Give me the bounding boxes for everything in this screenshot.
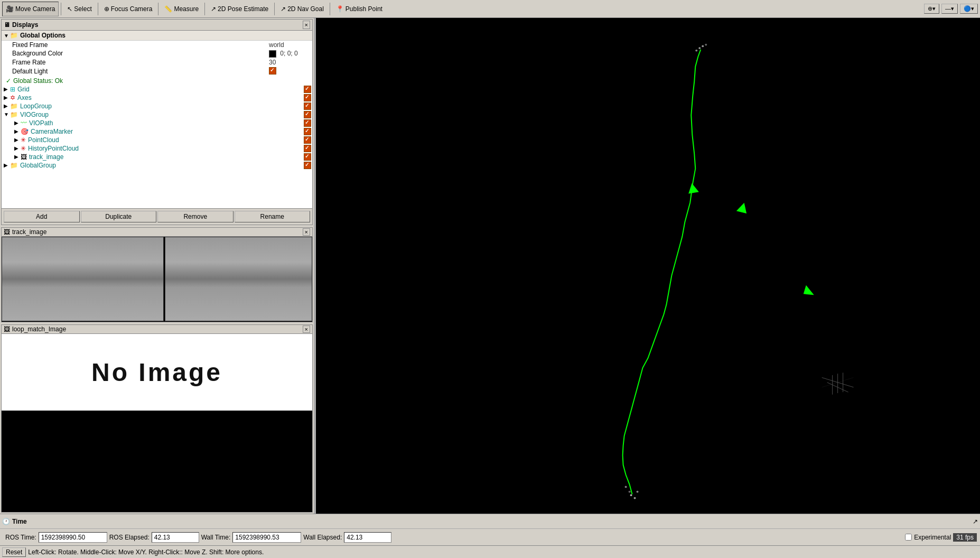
vp-toolbar-btn3[interactable]: 🔵▾ [960, 4, 978, 14]
global-options-folder-icon: 📁 [10, 32, 18, 39]
ros-elapsed-label: ROS Elapsed: [109, 534, 150, 541]
global-options-header[interactable]: ▼ 📁 Global Options [2, 31, 312, 41]
vp-toolbar-btn2[interactable]: —▾ [941, 4, 958, 14]
measure-button[interactable]: 📏 Measure [161, 2, 202, 16]
camera-view-left-svg [2, 237, 163, 321]
axes-icon: ✡ [10, 94, 15, 101]
svg-point-36 [629, 491, 631, 493]
ros-elapsed-input[interactable] [152, 532, 199, 543]
vp-toolbar-btn1[interactable]: ⊕▾ [924, 4, 939, 14]
svg-point-37 [625, 486, 627, 488]
global-options-arrow[interactable]: ▼ [4, 33, 10, 39]
nav-goal-button[interactable]: ↗ 2D Nav Goal [277, 2, 328, 16]
track-image-checkbox[interactable] [304, 153, 311, 161]
track-image-label: track_image [29, 153, 304, 161]
track-image-close-button[interactable]: × [303, 228, 310, 236]
globalgroup-row[interactable]: ▶ 📁 GlobalGroup [2, 161, 312, 170]
status-hint: Left-Click: Rotate. Middle-Click: Move X… [28, 548, 264, 556]
svg-point-32 [705, 44, 707, 46]
loopgroup-row[interactable]: ▶ 📁 LoopGroup [2, 102, 312, 110]
ros-time-input[interactable] [39, 532, 107, 543]
axes-arrow[interactable]: ▶ [4, 95, 10, 100]
displays-close-button[interactable]: × [303, 21, 310, 29]
pose-estimate-button[interactable]: ↗ 2D Pose Estimate [207, 2, 272, 16]
grid-row[interactable]: ▶ ⊞ Grid [2, 85, 312, 94]
cameramarker-row[interactable]: ▶ 🎯 CameraMarker [2, 127, 312, 136]
background-color-value: 0; 0; 0 [269, 50, 311, 58]
svg-rect-17 [165, 250, 201, 290]
loopgroup-arrow[interactable]: ▶ [4, 103, 10, 109]
viopath-row[interactable]: ▶ 〰 VIOPath [2, 119, 312, 127]
displays-content[interactable]: ▼ 📁 Global Options Fixed Frame world Bac… [2, 31, 312, 208]
add-button[interactable]: Add [4, 211, 80, 222]
viopath-arrow[interactable]: ▶ [14, 120, 21, 126]
3d-viewport[interactable] [316, 18, 980, 514]
wall-elapsed-input[interactable] [344, 532, 391, 543]
globalgroup-arrow[interactable]: ▶ [4, 162, 10, 168]
viogroup-arrow[interactable]: ▼ [4, 111, 10, 117]
svg-point-34 [634, 497, 636, 499]
globalgroup-label: GlobalGroup [20, 162, 304, 169]
green-path-svg [316, 18, 980, 514]
track-image-panel-icon: 🖼 [4, 228, 10, 236]
default-light-checkbox[interactable] [269, 67, 276, 75]
svg-point-12 [85, 262, 87, 264]
svg-point-14 [62, 281, 64, 283]
sep-5 [274, 3, 275, 15]
viopath-checkbox[interactable] [304, 119, 311, 127]
nav-goal-label: 2D Nav Goal [287, 5, 324, 13]
pointcloud-checkbox[interactable] [304, 136, 311, 144]
svg-point-27 [222, 281, 225, 283]
duplicate-button[interactable]: Duplicate [81, 211, 157, 222]
historypointcloud-row[interactable]: ▶ ✳ HistoryPointCloud [2, 144, 312, 153]
publish-point-button[interactable]: 📍 Publish Point [332, 2, 386, 16]
track-image-titlebar: 🖼 track_image × [2, 228, 312, 237]
track-image-arrow[interactable]: ▶ [14, 154, 21, 160]
grid-arrow[interactable]: ▶ [4, 86, 10, 92]
measure-label: Measure [174, 5, 199, 13]
globalgroup-checkbox[interactable] [304, 162, 311, 169]
wall-time-input[interactable] [232, 532, 301, 543]
loop-match-panel-icon: 🖼 [4, 326, 10, 333]
pointcloud-arrow[interactable]: ▶ [14, 137, 21, 143]
fixed-frame-row: Fixed Frame world [2, 41, 312, 49]
background-color-label: Background Color [12, 50, 269, 57]
historypointcloud-checkbox[interactable] [304, 145, 311, 152]
default-light-row: Default Light [2, 67, 312, 77]
focus-camera-button[interactable]: ⊕ Focus Camera [100, 2, 156, 16]
background-color-swatch [269, 50, 276, 58]
select-button[interactable]: ↖ Select [63, 2, 95, 16]
reset-button[interactable]: Reset [2, 547, 26, 557]
svg-point-30 [702, 45, 704, 47]
axes-row[interactable]: ▶ ✡ Axes [2, 94, 312, 102]
remove-button[interactable]: Remove [157, 211, 234, 222]
cameramarker-checkbox[interactable] [304, 128, 311, 135]
default-light-value [269, 67, 311, 76]
historypointcloud-arrow[interactable]: ▶ [14, 145, 21, 151]
viogroup-row[interactable]: ▼ 📁 VIOGroup [2, 110, 312, 119]
viopath-icon: 〰 [21, 119, 27, 127]
pointcloud-icon: ✳ [21, 136, 26, 144]
viogroup-label: VIOGroup [20, 111, 304, 118]
track-image-row[interactable]: ▶ 🖼 track_image [2, 153, 312, 161]
viogroup-checkbox[interactable] [304, 111, 311, 118]
svg-point-29 [698, 47, 701, 49]
loop-match-close-button[interactable]: × [303, 326, 310, 333]
pointcloud-row[interactable]: ▶ ✳ PointCloud [2, 136, 312, 144]
main-toolbar: 🎥 Move Camera ↖ Select ⊕ Focus Camera 📏 … [0, 0, 980, 18]
cameramarker-label: CameraMarker [31, 128, 304, 135]
experimental-checkbox[interactable] [905, 534, 912, 541]
cameramarker-arrow[interactable]: ▶ [14, 128, 21, 134]
time-clock-icon: 🕐 [2, 518, 10, 525]
grid-checkbox[interactable] [304, 86, 311, 93]
axes-checkbox[interactable] [304, 94, 311, 101]
loop-match-titlebar: 🖼 loop_match_Image × [2, 325, 312, 334]
svg-marker-20 [208, 279, 269, 321]
rename-button[interactable]: Rename [235, 211, 311, 222]
loop-match-panel-title: loop_match_Image [12, 326, 66, 333]
experimental-label: Experimental [914, 534, 951, 541]
loopgroup-checkbox[interactable] [304, 103, 311, 110]
status-bar: Reset Left-Click: Rotate. Middle-Click: … [0, 545, 980, 558]
move-camera-button[interactable]: 🎥 Move Camera [2, 2, 59, 16]
track-image-panel: 🖼 track_image × [1, 227, 313, 322]
